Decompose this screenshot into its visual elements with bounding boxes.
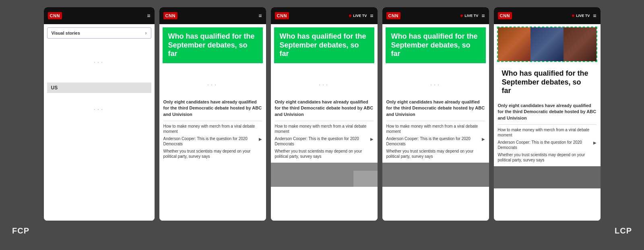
sub-article-text-3-2: Anderson Cooper: This is the question fo…	[275, 136, 369, 147]
navbar-right-5: LIVE TV ≡	[572, 12, 596, 19]
image-placeholder-5	[494, 166, 601, 188]
live-tv-label-5: LIVE TV	[576, 14, 590, 18]
phone3-content: Who has qualified for the September deba…	[271, 24, 378, 221]
phone4-content: Who has qualified for the September deba…	[382, 24, 489, 221]
live-dot-3	[349, 14, 351, 17]
sub-article-text-4-3: Whether you trust scientists may depend …	[386, 149, 485, 159]
headline-text-4: Who has qualified for the September deba…	[391, 32, 480, 58]
image-placeholder-4	[382, 163, 489, 187]
divider-5a	[498, 124, 597, 125]
sub-article-4-2[interactable]: Anderson Cooper: This is the question fo…	[382, 136, 489, 149]
live-tv-label-4: LIVE TV	[464, 14, 478, 18]
navbar-5: CNN LIVE TV ≡	[494, 7, 601, 24]
headline-box-4: Who has qualified for the September deba…	[386, 27, 486, 63]
fcp-label: FCP	[12, 226, 29, 236]
sub-article-5-2[interactable]: Anderson Cooper: This is the question fo…	[494, 140, 601, 152]
phone-frame-3: CNN LIVE TV ≡ Who has qualified for the …	[271, 7, 378, 221]
live-tv-badge-3: LIVE TV	[349, 14, 367, 18]
main-text-4: Only eight candidates have already quali…	[382, 99, 489, 121]
sub-article-text-3-1: How to make money with merch from a vira…	[275, 124, 374, 134]
live-dot-5	[572, 14, 574, 17]
play-icon-3: ▶	[370, 136, 374, 142]
sub-article-text-2-2: Anderson Cooper: This is the question fo…	[163, 136, 257, 147]
phone-frame-5: CNN LIVE TV ≡ Who has qualified for the …	[494, 7, 601, 221]
headline-text-3: Who has qualified for the September deba…	[280, 32, 369, 58]
chevron-right-icon: ›	[145, 30, 147, 36]
loading-dots-2: ···	[44, 93, 155, 126]
navbar-4: CNN LIVE TV ≡	[382, 7, 489, 24]
navbar-right-3: LIVE TV ≡	[349, 12, 373, 19]
headline-box-2: Who has qualified for the September deba…	[163, 27, 263, 63]
image-placeholder-3	[271, 163, 378, 187]
candidate-2-img	[530, 27, 564, 61]
sub-article-text-5-2: Anderson Cooper: This is the question fo…	[498, 140, 592, 150]
candidate-1-img	[498, 27, 531, 61]
cnn-logo-5: CNN	[498, 12, 512, 19]
navbar-2: CNN ≡	[159, 7, 266, 24]
cnn-logo-1: CNN	[48, 12, 62, 19]
phone-frame-4: CNN LIVE TV ≡ Who has qualified for the …	[382, 7, 489, 221]
headline-text-5: Who has qualified for the September deba…	[502, 69, 592, 95]
sub-article-text-5-1: How to make money with merch from a vira…	[498, 127, 597, 138]
sub-article-5-3[interactable]: Whether you trust scientists may depend …	[494, 152, 601, 165]
main-text-3: Only eight candidates have already quali…	[271, 99, 378, 121]
sub-article-text-2-3: Whether you trust scientists may depend …	[163, 149, 262, 159]
cnn-logo-4: CNN	[386, 12, 400, 19]
navbar-right-2: ≡	[258, 12, 262, 19]
sub-article-2-3[interactable]: Whether you trust scientists may depend …	[159, 149, 266, 161]
sub-article-3-1[interactable]: How to make money with merch from a vira…	[271, 124, 378, 136]
visual-stories-label: Visual stories	[52, 31, 80, 35]
headline-text-2: Who has qualified for the September deba…	[168, 32, 257, 58]
cnn-logo-2: CNN	[163, 12, 178, 19]
cnn-logo-3: CNN	[275, 12, 289, 19]
play-icon-4: ▶	[482, 136, 485, 142]
us-bar: US	[47, 83, 151, 93]
live-tv-label-3: LIVE TV	[353, 14, 367, 18]
main-text-2: Only eight candidates have already quali…	[159, 99, 266, 121]
labels-row: FCP LCP	[0, 221, 644, 236]
navbar-3: CNN LIVE TV ≡	[271, 7, 378, 24]
article-dots-2: ···	[159, 66, 266, 99]
candidates-image-box	[497, 27, 597, 62]
hamburger-icon-4[interactable]: ≡	[481, 12, 485, 19]
hamburger-icon-3[interactable]: ≡	[370, 12, 373, 19]
sub-article-2-1[interactable]: How to make money with merch from a vira…	[159, 124, 266, 136]
live-dot-4	[460, 14, 463, 17]
sub-article-3-3[interactable]: Whether you trust scientists may depend …	[271, 149, 378, 161]
main-text-5: Only eight candidates have already quali…	[494, 103, 601, 124]
hamburger-icon-1[interactable]: ≡	[147, 12, 150, 19]
sub-article-2-2[interactable]: Anderson Cooper: This is the question fo…	[159, 136, 266, 149]
hamburger-icon-5[interactable]: ≡	[593, 12, 596, 19]
navbar-1: CNN ≡	[44, 7, 155, 24]
sub-article-4-1[interactable]: How to make money with merch from a vira…	[382, 124, 489, 136]
phone5-content: Who has qualified for the September deba…	[494, 24, 601, 221]
phone-frame-1: CNN ≡ Visual stories › ··· US ···	[44, 7, 155, 221]
sub-article-text-4-2: Anderson Cooper: This is the question fo…	[386, 136, 480, 147]
divider-4a	[386, 121, 485, 121]
lcp-label: LCP	[615, 226, 632, 236]
sub-article-text-5-3: Whether you trust scientists may depend …	[498, 152, 597, 163]
live-tv-badge-5: LIVE TV	[572, 14, 590, 18]
sub-article-text-4-1: How to make money with merch from a vira…	[386, 124, 485, 134]
divider-2a	[163, 121, 262, 121]
hamburger-icon-2[interactable]: ≡	[258, 12, 262, 19]
article-dots-3: ···	[271, 66, 378, 99]
navbar-right-4: LIVE TV ≡	[460, 12, 485, 19]
divider-3a	[275, 121, 374, 121]
image-overlay-3	[353, 171, 378, 187]
sub-article-5-1[interactable]: How to make money with merch from a vira…	[494, 127, 601, 140]
headline-box-5: Who has qualified for the September deba…	[497, 65, 597, 99]
play-icon-2: ▶	[259, 136, 262, 142]
phone1-content: Visual stories › ··· US ···	[44, 24, 155, 221]
headline-box-3: Who has qualified for the September deba…	[274, 27, 374, 63]
loading-dots-1: ···	[44, 42, 155, 83]
sub-article-3-2[interactable]: Anderson Cooper: This is the question fo…	[271, 136, 378, 149]
phone2-content: Who has qualified for the September deba…	[159, 24, 266, 221]
sub-article-text-3-3: Whether you trust scientists may depend …	[275, 149, 374, 159]
phone-frame-2: CNN ≡ Who has qualified for the Septembe…	[159, 7, 266, 221]
play-icon-5: ▶	[593, 140, 597, 145]
main-container: CNN ≡ Visual stories › ··· US ··· CNN ≡ …	[0, 0, 644, 221]
visual-stories-bar[interactable]: Visual stories ›	[47, 27, 151, 39]
sub-article-4-3[interactable]: Whether you trust scientists may depend …	[382, 149, 489, 161]
article-dots-4: ···	[382, 66, 489, 99]
